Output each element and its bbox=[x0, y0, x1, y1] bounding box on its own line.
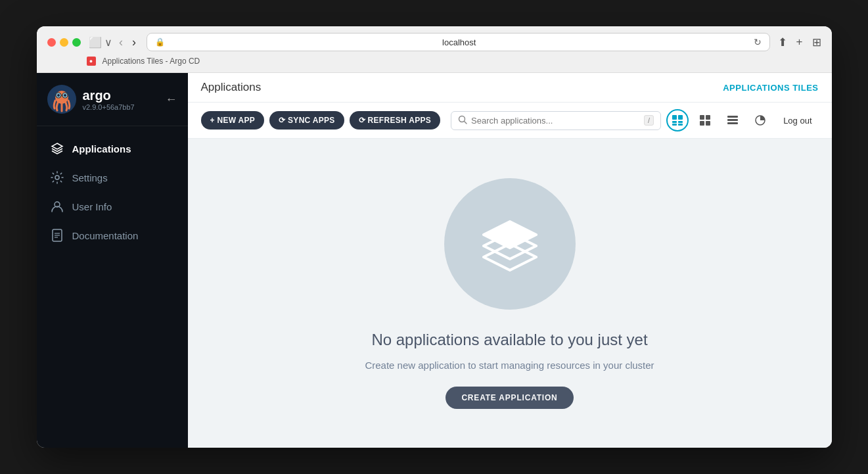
search-input[interactable] bbox=[471, 116, 640, 126]
argo-logo: argo v2.9.0+56a7bb7 bbox=[47, 85, 135, 114]
sidebar-item-settings[interactable]: Settings bbox=[37, 163, 188, 192]
argo-version: v2.9.0+56a7bb7 bbox=[83, 103, 135, 111]
browser-window: ⬜ ∨ ‹ › 🔒 localhost ↻ ⬆ + ⊞ ● Applicatio… bbox=[37, 26, 832, 448]
logout-button[interactable]: Log out bbox=[777, 112, 818, 130]
lock-icon: 🔒 bbox=[155, 37, 165, 47]
minimize-button[interactable] bbox=[60, 38, 68, 47]
sidebar: argo v2.9.0+56a7bb7 ← Applications bbox=[37, 73, 188, 448]
main-header: Applications APPLICATIONS TILES bbox=[188, 73, 832, 103]
close-button[interactable] bbox=[47, 38, 56, 47]
browser-controls: ⬜ ∨ ‹ › bbox=[89, 34, 139, 51]
main-content: Applications APPLICATIONS TILES + NEW AP… bbox=[188, 73, 832, 448]
argo-brand: argo v2.9.0+56a7bb7 bbox=[83, 88, 135, 111]
view-mode-label: APPLICATIONS TILES bbox=[723, 83, 818, 93]
svg-rect-19 bbox=[672, 121, 677, 123]
svg-rect-21 bbox=[672, 124, 677, 126]
url-bar[interactable]: 🔒 localhost ↻ bbox=[147, 33, 770, 51]
svg-rect-24 bbox=[706, 115, 710, 120]
svg-rect-28 bbox=[727, 119, 738, 121]
sidebar-item-user-info[interactable]: User Info bbox=[37, 192, 188, 221]
tab-bar: ● Applications Tiles - Argo CD bbox=[47, 57, 821, 66]
person-icon bbox=[50, 199, 64, 214]
sidebar-item-applications-label: Applications bbox=[72, 143, 131, 154]
sync-apps-button[interactable]: ⟳ SYNC APPS bbox=[269, 111, 344, 130]
new-tab-icon[interactable]: + bbox=[796, 36, 803, 49]
layers-icon bbox=[50, 141, 64, 156]
documentation-icon bbox=[50, 228, 64, 243]
new-app-button[interactable]: + NEW APP bbox=[201, 111, 265, 130]
refresh-apps-button[interactable]: ⟳ REFRESH APPS bbox=[350, 111, 440, 130]
sidebar-item-user-info-label: User Info bbox=[72, 201, 112, 212]
svg-rect-23 bbox=[700, 115, 704, 120]
tab-title[interactable]: Applications Tiles - Argo CD bbox=[103, 57, 200, 66]
reload-icon[interactable]: ↻ bbox=[754, 37, 762, 47]
share-icon[interactable]: ⬆ bbox=[778, 36, 787, 49]
page-title: Applications bbox=[201, 81, 262, 94]
sidebar-item-documentation-label: Documentation bbox=[72, 230, 139, 241]
create-application-button[interactable]: CREATE APPLICATION bbox=[445, 387, 573, 409]
app-layout: argo v2.9.0+56a7bb7 ← Applications bbox=[37, 73, 832, 448]
search-icon bbox=[458, 115, 467, 126]
grid-icon[interactable]: ⊞ bbox=[812, 36, 821, 49]
svg-line-16 bbox=[465, 121, 467, 124]
url-text: localhost bbox=[169, 37, 750, 47]
argo-brand-name: argo bbox=[83, 88, 135, 103]
maximize-button[interactable] bbox=[72, 38, 81, 47]
svg-rect-17 bbox=[672, 115, 677, 120]
empty-state-title: No applications available to you just ye… bbox=[371, 331, 647, 349]
argo-mascot-icon bbox=[49, 86, 75, 112]
sidebar-header: argo v2.9.0+56a7bb7 ← bbox=[37, 73, 188, 126]
search-bar[interactable]: / bbox=[451, 111, 661, 130]
tab-favicon: ● bbox=[87, 57, 96, 66]
argo-avatar bbox=[47, 85, 76, 114]
svg-rect-25 bbox=[700, 121, 704, 126]
forward-nav-button[interactable]: › bbox=[129, 34, 139, 51]
compact-view-button[interactable] bbox=[666, 109, 689, 131]
browser-actions: ⬆ + ⊞ bbox=[778, 36, 821, 49]
sidebar-toggle[interactable]: ⬜ ∨ bbox=[89, 36, 112, 49]
svg-point-9 bbox=[55, 176, 59, 179]
svg-rect-20 bbox=[678, 121, 683, 123]
sidebar-nav: Applications Settings bbox=[37, 126, 188, 258]
sidebar-item-applications[interactable]: Applications bbox=[37, 134, 188, 163]
svg-rect-29 bbox=[727, 122, 738, 124]
sidebar-item-documentation[interactable]: Documentation bbox=[37, 221, 188, 250]
pie-chart-view-button[interactable] bbox=[749, 109, 771, 131]
traffic-lights bbox=[47, 38, 81, 47]
svg-rect-22 bbox=[678, 124, 683, 126]
empty-state-subtitle: Create new application to start managing… bbox=[365, 360, 654, 371]
search-shortcut: / bbox=[644, 115, 654, 126]
empty-state: No applications available to you just ye… bbox=[188, 139, 832, 448]
svg-rect-26 bbox=[706, 121, 710, 126]
sidebar-collapse-button[interactable]: ← bbox=[166, 93, 177, 107]
sidebar-item-settings-label: Settings bbox=[72, 172, 108, 183]
svg-rect-18 bbox=[678, 115, 683, 120]
svg-point-4 bbox=[57, 94, 60, 97]
toolbar: + NEW APP ⟳ SYNC APPS ⟳ REFRESH APPS / bbox=[188, 103, 832, 139]
empty-state-icon bbox=[444, 178, 576, 310]
svg-point-5 bbox=[64, 94, 66, 97]
svg-rect-27 bbox=[727, 116, 738, 118]
toolbar-right: Log out bbox=[666, 109, 818, 131]
back-nav-button[interactable]: ‹ bbox=[116, 34, 126, 51]
list-view-button[interactable] bbox=[721, 109, 744, 131]
settings-icon bbox=[50, 170, 64, 185]
layers-empty-icon bbox=[474, 208, 546, 280]
browser-chrome: ⬜ ∨ ‹ › 🔒 localhost ↻ ⬆ + ⊞ ● Applicatio… bbox=[37, 26, 832, 73]
grid-view-button[interactable] bbox=[694, 109, 716, 131]
